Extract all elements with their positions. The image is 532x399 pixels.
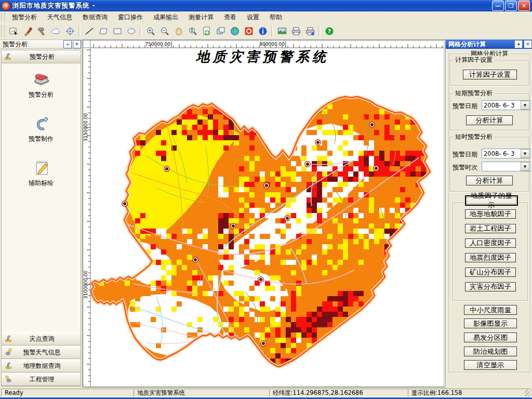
right-panel-title: 网格分析计算	[448, 40, 486, 49]
zoom-in-icon[interactable]	[143, 24, 157, 38]
x-ruler-label: 750000.00	[145, 42, 170, 47]
calc-factor-settings-button[interactable]: 计算因子设置	[463, 70, 517, 79]
layer-button-清空显示[interactable]: 清空显示	[464, 360, 517, 370]
pan-hand-icon[interactable]	[171, 24, 185, 38]
toolbar-separator	[318, 26, 321, 36]
y-ruler-label: 3100000.00	[83, 271, 88, 299]
menu-item-帮助[interactable]: 帮助	[264, 12, 287, 23]
target-icon[interactable]	[63, 24, 77, 38]
nowcast-group-label: 短时预警分析	[454, 132, 494, 141]
zoom-out-icon[interactable]	[157, 24, 171, 38]
left-panel-header-label: 预警分析	[13, 52, 71, 61]
chevron-down-icon[interactable]: ▼	[521, 162, 529, 171]
close-button[interactable]: ✕	[518, 1, 530, 11]
factor-button-地形地貌因子[interactable]: 地形地貌因子	[465, 209, 516, 219]
left-panel-item-label: 辅助标绘	[29, 179, 54, 188]
brush-icon[interactable]	[21, 24, 35, 38]
help-icon[interactable]: ?	[322, 24, 336, 38]
left-panel-bar-label: 预警天气信息	[14, 348, 70, 357]
toolbar: ?	[0, 23, 532, 40]
menu-item-设置[interactable]: 设置	[242, 12, 264, 23]
menu-item-数据查询[interactable]: 数据查询	[77, 12, 113, 23]
menu-item-查看[interactable]: 查看	[219, 12, 242, 23]
right-panel: 网格分析计算 计算因子设置 计算因子设置 短期预警分析 预警日期 2008- 6…	[446, 49, 532, 388]
menu-item-窗口操作[interactable]: 窗口操作	[113, 12, 148, 23]
line-icon[interactable]	[82, 24, 96, 38]
nowcast-date-value: 2008- 6- 3	[482, 150, 520, 157]
left-panel-item-label: 预警制作	[29, 135, 54, 143]
stamp-icon	[4, 334, 14, 343]
image-map-icon[interactable]	[275, 24, 289, 38]
stop-record-icon[interactable]	[242, 24, 256, 38]
book-icon	[31, 69, 51, 89]
map-pointer-icon[interactable]	[7, 24, 21, 38]
nowcast-date-combobox[interactable]: 2008- 6- 3 ▼	[482, 149, 530, 158]
short-term-date-combobox[interactable]: 2008- 6- 3 ▼	[482, 100, 530, 110]
nowcast-analyze-button[interactable]: 分析计算	[466, 176, 513, 185]
factor-button-矿山分布因子[interactable]: 矿山分布因子	[465, 268, 516, 277]
left-panel-titlebar: 预警分析 ⌖ ✕	[0, 39, 82, 49]
left-panel-item-预警分析[interactable]: 预警分析	[29, 69, 54, 99]
stamp-icon	[4, 52, 13, 61]
short-term-analyze-button[interactable]: 分析计算	[466, 115, 513, 125]
left-panel-item-辅助标绘[interactable]: 辅助标绘	[29, 157, 54, 188]
toolbar-grip[interactable]	[1, 25, 5, 37]
status-section-0: Ready	[1, 389, 139, 397]
left-panel-item-label: 预警分析	[29, 90, 54, 99]
restore-button[interactable]: ❐	[505, 1, 517, 11]
menu-item-成果输出[interactable]: 成果输出	[148, 12, 183, 23]
factor-button-地震烈度因子[interactable]: 地震烈度因子	[465, 253, 516, 262]
chevron-down-icon[interactable]: ▼	[521, 101, 529, 110]
rectangle-icon[interactable]	[110, 24, 124, 38]
toolbar-separator	[271, 26, 273, 36]
left-panel-item-预警制作[interactable]: 预警制作	[29, 113, 54, 143]
left-panel-bar-预警天气信息[interactable]: 预警天气信息	[2, 345, 81, 359]
pen-tool-icon	[31, 113, 51, 134]
menubar: 预警分析天气信息数据查询窗口操作成果输出测量计算查看设置帮助	[0, 11, 532, 23]
hammer-icon[interactable]	[35, 24, 49, 38]
left-panel-bar-灾点查询[interactable]: 灾点查询	[2, 332, 81, 345]
x-ruler-label: 800000.00	[259, 42, 285, 47]
menu-item-测量计算[interactable]: 测量计算	[183, 12, 219, 23]
layer-button-中小尺度雨量[interactable]: 中小尺度雨量	[464, 305, 517, 315]
left-panel-bar-地理数据查询[interactable]: 地理数据查询	[2, 359, 81, 373]
zoom-extent-icon[interactable]	[185, 24, 200, 38]
map-view[interactable]: 地质灾害预警系统750000.00800000.003150000.003100…	[82, 39, 446, 388]
polygon-icon[interactable]	[96, 24, 110, 38]
layer-button-易发分区图[interactable]: 易发分区图	[464, 332, 517, 342]
left-panel-bar-label: 地理数据查询	[14, 362, 70, 370]
minimize-button[interactable]: —	[492, 1, 504, 11]
close-icon[interactable]: ✕	[73, 40, 81, 48]
left-panel-bottom-bars: 灾点查询预警天气信息地理数据查询工程管理	[2, 332, 81, 386]
pin-icon[interactable]: ⌖	[63, 40, 72, 48]
toolbar-separator	[140, 26, 142, 36]
refresh-doc-icon[interactable]	[200, 24, 214, 38]
menu-item-预警分析[interactable]: 预警分析	[7, 12, 42, 23]
info-icon[interactable]	[256, 24, 270, 38]
y-ruler-label: 3150000.00	[83, 113, 88, 142]
cloud-icon[interactable]	[49, 24, 63, 38]
left-panel-bar-工程管理[interactable]: 工程管理	[2, 373, 81, 386]
print-icon[interactable]	[289, 24, 303, 38]
menu-item-天气信息[interactable]: 天气信息	[42, 12, 77, 23]
globe-icon[interactable]	[228, 24, 242, 38]
notepad-pencil-icon	[31, 157, 51, 178]
geology-factor-display-button[interactable]: 地质因子的显示	[465, 195, 518, 206]
left-panel-header[interactable]: 预警分析	[2, 50, 81, 63]
pin-icon[interactable]: ⌖	[514, 40, 523, 48]
ellipse-icon[interactable]	[124, 24, 138, 38]
layer-button-影像图显示[interactable]: 影像图显示	[464, 318, 517, 328]
nowcast-date-label: 预警日期	[453, 150, 477, 159]
layers-icon[interactable]	[214, 24, 228, 38]
factor-button-人口密度因子[interactable]: 人口密度因子	[465, 238, 516, 248]
close-icon[interactable]: ✕	[524, 40, 532, 48]
print-setup-icon[interactable]	[303, 24, 317, 38]
nowcast-time-combobox[interactable]: ▼	[482, 162, 530, 171]
chevron-down-icon[interactable]: ▼	[521, 149, 529, 158]
menubar-grip[interactable]	[1, 13, 5, 21]
factor-button-灾害分布因子[interactable]: 灾害分布因子	[465, 282, 516, 291]
window-title: 浏阳市地质灾害预警系统 -	[12, 2, 96, 10]
layer-button-防治规划图[interactable]: 防治规划图	[464, 347, 517, 356]
factor-button-岩土工程因子[interactable]: 岩土工程因子	[465, 224, 516, 233]
statusbar: Ready地质灾害预警系统经纬度:114.296875,28.162686显示比…	[0, 388, 532, 397]
